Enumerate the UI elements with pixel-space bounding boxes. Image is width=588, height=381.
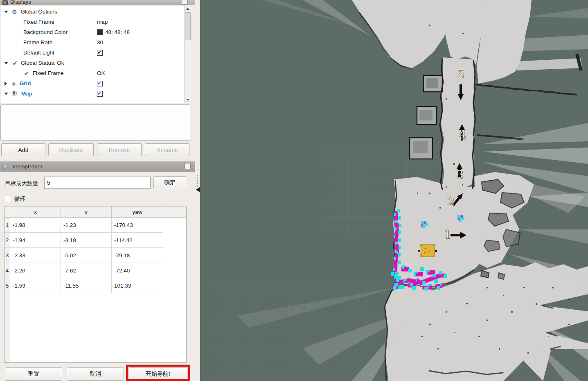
scroll-down-icon[interactable] xyxy=(185,97,191,103)
tree-label: Default Light xyxy=(23,50,54,56)
cell-yaw[interactable]: -114.42 xyxy=(112,233,163,248)
cell-y[interactable]: -5.02 xyxy=(61,248,112,263)
expand-arrow-icon[interactable] xyxy=(4,62,8,64)
tree-row-fixed-frame[interactable]: Fixed Frame map xyxy=(1,17,184,27)
tree-label: Map xyxy=(21,91,32,97)
waypoint-table[interactable]: x y yaw 1 -1.98 -1.23 -170.43 2 -1.94 -3… xyxy=(4,206,187,363)
gear-icon: ⚙ xyxy=(12,9,17,15)
row-number[interactable]: 3 xyxy=(5,248,10,263)
table-row[interactable]: 5 -1.59 -11.55 101.33 xyxy=(5,278,186,293)
max-goals-input[interactable] xyxy=(44,177,151,189)
displays-panel-title: Displays xyxy=(10,0,31,5)
background-color-value[interactable]: 48; 48; 48 xyxy=(97,27,130,37)
table-row[interactable]: 4 -2.20 -7.62 -72.40 xyxy=(5,263,186,278)
loop-checkbox[interactable] xyxy=(5,195,11,201)
start-navigation-button[interactable]: 开始导航! xyxy=(128,367,187,381)
header-fill xyxy=(163,206,186,218)
scrollbar-thumb[interactable] xyxy=(185,12,191,40)
table-row[interactable]: 3 -2.33 -5.02 -79.18 xyxy=(5,248,186,263)
tree-label: Frame Rate xyxy=(23,39,52,45)
corner-header[interactable] xyxy=(5,206,10,218)
displays-tree[interactable]: ⚙ Global Options Fixed Frame map Backgro… xyxy=(1,6,191,103)
frame-rate-value[interactable]: 30 xyxy=(97,37,103,48)
header-y[interactable]: y xyxy=(61,206,112,218)
teleop-float-button[interactable] xyxy=(185,163,191,169)
displays-icon xyxy=(2,0,8,5)
cell-yaw[interactable]: -79.18 xyxy=(112,248,163,263)
cell-x[interactable]: -1.98 xyxy=(10,218,61,233)
add-button[interactable]: Add xyxy=(1,143,45,156)
fixed-frame-value[interactable]: map xyxy=(97,17,108,27)
tree-label: Fixed Frame xyxy=(23,19,54,25)
duplicate-button[interactable]: Duplicate xyxy=(48,143,94,156)
tree-row-fixed-frame-status[interactable]: ✔ Fixed Frame OK xyxy=(1,68,184,78)
grid-checkbox[interactable] xyxy=(97,81,103,86)
map-icon xyxy=(12,91,18,96)
remove-button[interactable]: Remove xyxy=(97,143,142,156)
waypoint-2-label: 2 xyxy=(447,195,455,209)
collapse-arrow-icon[interactable] xyxy=(5,82,7,86)
displays-panel-titlebar[interactable]: Displays xyxy=(0,0,195,5)
row-number[interactable]: 5 xyxy=(5,278,10,293)
tree-row-global-status[interactable]: ✔ Global Status: Ok xyxy=(1,58,184,68)
confirm-button[interactable]: 确定 xyxy=(153,176,186,189)
default-light-checkbox[interactable] xyxy=(97,50,103,56)
row-number[interactable]: 2 xyxy=(5,233,10,248)
table-row[interactable]: 2 -1.94 -3.18 -114.42 xyxy=(5,233,186,248)
splitter-dots xyxy=(197,175,198,187)
table-header-row: x y yaw xyxy=(5,206,186,218)
expand-arrow-icon[interactable] xyxy=(4,11,8,13)
cell-yaw[interactable]: 101.33 xyxy=(112,278,163,293)
displays-float-button[interactable] xyxy=(182,0,188,5)
scroll-up-icon[interactable] xyxy=(185,6,191,12)
header-x[interactable]: x xyxy=(10,206,61,218)
tree-row-default-light[interactable]: Default Light xyxy=(1,48,184,58)
cell-yaw[interactable]: -72.40 xyxy=(112,263,163,278)
waypoint-3-label: 3 xyxy=(456,168,464,181)
tree-label: Fixed Frame xyxy=(33,70,64,76)
waypoint-5-label: 5 xyxy=(457,67,464,81)
fixed-frame-status-value: OK xyxy=(97,68,105,78)
waypoint-4-label: 4 xyxy=(459,128,466,141)
cell-x[interactable]: -1.59 xyxy=(10,278,61,293)
tree-label: Background Color xyxy=(23,29,68,35)
dock-splitter[interactable] xyxy=(195,0,200,381)
map-checkbox[interactable] xyxy=(97,91,103,97)
waypoint-1-label: 1 xyxy=(444,228,451,241)
reset-button[interactable]: 重置 xyxy=(5,367,62,381)
collapse-arrow-icon[interactable] xyxy=(196,187,200,192)
status-ok-icon: ✔ xyxy=(24,70,29,76)
teleop-panel-titlebar[interactable]: TeleopPanel xyxy=(0,161,195,172)
tree-row-grid[interactable]: ◈ Grid xyxy=(1,78,184,88)
cell-yaw[interactable]: -170.43 xyxy=(112,218,163,233)
tree-scrollbar[interactable] xyxy=(184,6,191,103)
cell-y[interactable]: -11.55 xyxy=(61,278,112,293)
rviz-window: Displays ⚙ Global Options Fixed Frame ma… xyxy=(0,0,588,381)
tree-row-frame-rate[interactable]: Frame Rate 30 xyxy=(1,37,184,48)
color-swatch xyxy=(97,29,103,35)
teleop-panel-title: TeleopPanel xyxy=(11,163,42,170)
left-dock: Displays ⚙ Global Options Fixed Frame ma… xyxy=(0,0,195,381)
cancel-button[interactable]: 取消 xyxy=(67,367,124,381)
header-yaw[interactable]: yaw xyxy=(112,206,163,218)
cell-x[interactable]: -2.20 xyxy=(10,263,61,278)
row-number[interactable]: 1 xyxy=(5,218,10,233)
map-viewport[interactable]: 1 2 3 4 5 xyxy=(200,0,588,381)
cell-y[interactable]: -7.62 xyxy=(61,263,112,278)
tree-label: Global Status: Ok xyxy=(21,60,64,66)
status-ok-icon: ✔ xyxy=(13,60,18,66)
splitter-handle[interactable]: ······ xyxy=(89,156,101,161)
table-row[interactable]: 1 -1.98 -1.23 -170.43 xyxy=(5,218,186,233)
tree-row-global-options[interactable]: ⚙ Global Options xyxy=(1,7,184,17)
cell-x[interactable]: -2.33 xyxy=(10,248,61,263)
expand-arrow-icon[interactable] xyxy=(4,93,8,95)
tree-row-background-color[interactable]: Background Color 48; 48; 48 xyxy=(1,27,184,37)
rename-button[interactable]: Rename xyxy=(145,143,189,156)
row-number[interactable]: 4 xyxy=(5,263,10,278)
cell-y[interactable]: -3.18 xyxy=(61,233,112,248)
tree-row-map[interactable]: Map xyxy=(1,88,184,99)
grid-icon: ◈ xyxy=(11,81,16,86)
robot-marker xyxy=(418,244,437,257)
cell-x[interactable]: -1.94 xyxy=(10,233,61,248)
cell-y[interactable]: -1.23 xyxy=(61,218,112,233)
